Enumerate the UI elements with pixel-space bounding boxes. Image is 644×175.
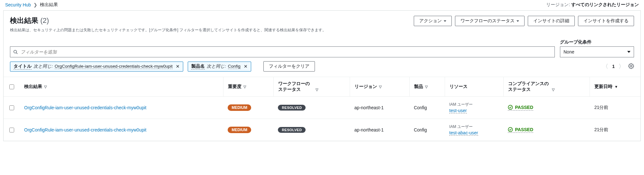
groupby-select[interactable]: None (560, 46, 634, 57)
filter-token-value: Config (228, 64, 241, 69)
svg-point-2 (630, 65, 632, 67)
breadcrumb-root-link[interactable]: Security Hub (5, 2, 31, 7)
create-insight-button[interactable]: インサイトを作成する (578, 16, 634, 26)
col-finding[interactable]: 検出結果▽ (20, 77, 223, 97)
clear-filters-button[interactable]: フィルターをクリア (263, 61, 315, 72)
product-cell: Config (409, 97, 445, 119)
workflow-badge: RESOLVED (278, 105, 306, 111)
caret-down-icon (444, 20, 446, 22)
groupby-value: None (564, 49, 574, 54)
actions-button-label: アクション (419, 18, 442, 24)
resource-type: IAM ユーザー (449, 102, 499, 107)
sort-icon: ▽ (44, 85, 47, 89)
product-cell: Config (409, 119, 445, 141)
sort-icon: ▽ (425, 85, 428, 89)
sort-icon: ▽ (552, 88, 554, 92)
sort-icon: ▽ (243, 85, 246, 89)
filter-token-key: 製品名 (191, 63, 205, 70)
filter-input[interactable] (18, 47, 552, 56)
row-checkbox[interactable] (9, 105, 14, 110)
gear-icon[interactable] (628, 63, 634, 70)
resource-type: IAM ユーザー (449, 124, 499, 130)
region-value: すべてのリンクされたリージョン (571, 2, 639, 7)
col-severity[interactable]: 重要度▽ (223, 77, 273, 97)
filter-token[interactable]: 製品名 次と同じ: Config ✕ (188, 62, 251, 72)
svg-point-3 (508, 105, 513, 109)
region-cell: ap-northeast-1 (350, 119, 410, 141)
workflow-badge: RESOLVED (278, 127, 306, 133)
row-checkbox[interactable] (9, 128, 14, 132)
table-row: OrgConfigRule-iam-user-unused-credential… (4, 119, 640, 141)
insight-detail-button[interactable]: インサイトの詳細 (528, 16, 575, 26)
next-page-icon[interactable]: 〉 (619, 63, 624, 69)
col-resource: リソース (445, 77, 503, 97)
severity-badge: MEDIUM (228, 127, 251, 133)
clear-filters-label: フィルターをクリア (269, 63, 309, 69)
svg-point-4 (508, 127, 513, 131)
insight-detail-button-label: インサイトの詳細 (533, 18, 569, 24)
region-indicator: リージョン: すべてのリンクされたリージョン (546, 2, 639, 8)
resource-link[interactable]: test-user (449, 108, 467, 113)
findings-count: 2 (43, 16, 46, 24)
col-workflow[interactable]: ワークフローのステータス▽ (273, 77, 350, 97)
caret-down-icon (516, 20, 519, 22)
resource-cell: IAM ユーザー test-abac-user (445, 119, 503, 141)
breadcrumb-current: 検出結果 (40, 2, 58, 8)
create-insight-button-label: インサイトを作成する (583, 18, 629, 24)
table-row: OrgConfigRule-iam-user-unused-credential… (4, 97, 640, 119)
sort-icon: ▽ (316, 88, 318, 92)
findings-panel: 検出結果 (2) 検出結果は、セキュリティ上の問題または失敗したセキュリティチェ… (3, 10, 641, 141)
remove-filter-icon[interactable]: ✕ (176, 64, 180, 69)
page-title-text: 検出結果 (10, 16, 38, 24)
filter-input-wrap[interactable] (10, 46, 555, 57)
updated-cell: 21分前 (590, 119, 640, 141)
col-product[interactable]: 製品▽ (409, 77, 445, 97)
filter-token-op: 次と同じ: (33, 63, 53, 69)
finding-link[interactable]: OrgConfigRule-iam-user-unused-credential… (20, 97, 223, 119)
svg-line-1 (16, 53, 18, 54)
filter-token-value: OrgConfigRule-iam-user-unused-credential… (55, 64, 173, 69)
sort-icon: ▽ (379, 85, 382, 89)
col-region[interactable]: リージョン▽ (350, 77, 410, 97)
actions-button[interactable]: アクション (414, 16, 452, 26)
region-label: リージョン: (546, 2, 570, 7)
select-all-checkbox[interactable] (9, 84, 14, 89)
breadcrumb: Security Hub ❯ 検出結果 (5, 2, 58, 8)
filter-token-op: 次と同じ: (207, 63, 226, 69)
remove-filter-icon[interactable]: ✕ (244, 64, 248, 69)
caret-down-icon (627, 51, 630, 53)
check-circle-icon (508, 105, 513, 110)
pagination: 〈 1 〉 (602, 63, 634, 70)
chevron-right-icon: ❯ (33, 2, 37, 7)
region-cell: ap-northeast-1 (350, 97, 410, 119)
check-circle-icon (508, 127, 513, 132)
resource-cell: IAM ユーザー test-user (445, 97, 503, 119)
compliance-badge: PASSED (508, 127, 533, 133)
svg-point-0 (14, 50, 17, 53)
finding-link[interactable]: OrgConfigRule-iam-user-unused-credential… (20, 119, 223, 141)
updated-cell: 21分前 (590, 97, 640, 119)
prev-page-icon[interactable]: 〈 (602, 63, 608, 69)
compliance-badge: PASSED (508, 105, 533, 111)
col-updated[interactable]: 更新日時▼ (590, 77, 640, 97)
severity-badge: MEDIUM (228, 104, 251, 111)
filter-token-key: タイトル (14, 63, 32, 70)
search-icon (13, 50, 18, 54)
page-title: 検出結果 (2) (10, 16, 326, 25)
page-description: 検出結果は、セキュリティ上の問題または失敗したセキュリティチェックです。[グルー… (10, 27, 326, 33)
sort-icon: ▼ (614, 85, 618, 89)
page-number: 1 (612, 64, 615, 69)
col-compliance[interactable]: コンプライアンスのステータス▽ (503, 77, 590, 97)
groupby-label: グループ化条件 (560, 39, 634, 45)
workflow-status-button[interactable]: ワークフローのステータス (455, 16, 525, 26)
findings-table: 検出結果▽ 重要度▽ ワークフローのステータス▽ リージョン▽ 製品▽ リソース… (4, 77, 640, 141)
filter-token[interactable]: タイトル 次と同じ: OrgConfigRule-iam-user-unused… (10, 62, 183, 72)
resource-link[interactable]: test-abac-user (449, 130, 478, 136)
workflow-status-button-label: ワークフローのステータス (460, 18, 515, 24)
